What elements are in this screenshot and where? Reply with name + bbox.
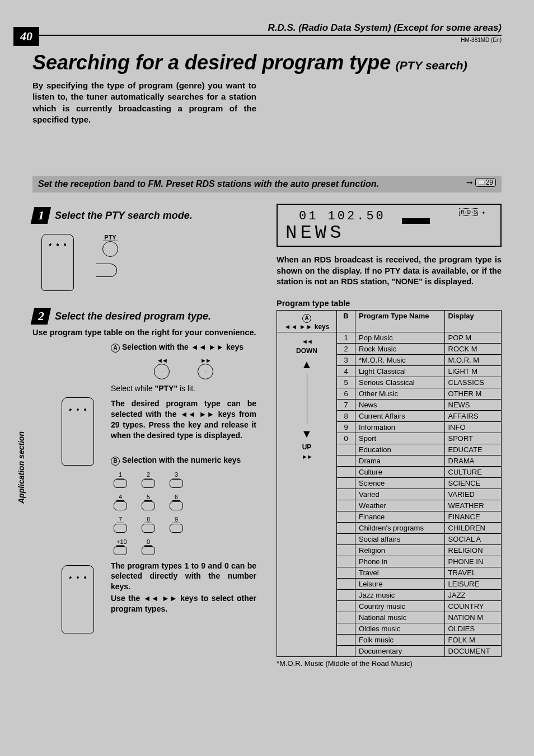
hand-icon [96, 259, 124, 278]
program-type-display: DOCUMENT [444, 645, 502, 656]
row-index [337, 511, 355, 522]
book-icon: 📖 [478, 180, 485, 186]
keypad-key: 1 [111, 471, 130, 488]
program-type-display: AFFAIRS [444, 410, 502, 421]
page-ref-number: 29 [486, 179, 493, 186]
forward-icon: ►► [200, 357, 210, 364]
rewind-icon: ◄◄ [302, 338, 312, 345]
table-caption: Program type table [277, 299, 502, 308]
program-type-name: Serious Classical [355, 377, 445, 388]
remote-icon [41, 234, 74, 291]
keypad-key: 3 [167, 471, 186, 488]
program-type-name: Jazz music [355, 589, 445, 600]
page-ref-badge: ➞ 📖29 [466, 178, 496, 187]
up-label: UP [302, 443, 312, 451]
col-a-body: ◄◄DOWN▲▼UP►► [277, 332, 337, 656]
program-type-display: NEWS [444, 399, 502, 410]
program-type-name: Pop Music [355, 332, 445, 343]
row-index [337, 477, 355, 489]
program-type-display: RELIGION [444, 544, 502, 556]
instruction-bar: Set the reception band to FM. Preset RDS… [32, 176, 502, 192]
program-type-name: Drama [355, 455, 445, 466]
keypad-key: +10 [111, 538, 130, 555]
selection-b-bold1: The program types 1 to 9 and 0 can be se… [111, 561, 256, 593]
table-row: ◄◄DOWN▲▼UP►►1Pop MusicPOP M [277, 332, 502, 343]
keypad-key: 8 [139, 516, 158, 533]
forward-icon: ►► [302, 453, 312, 460]
program-type-name: Current Affairs [355, 410, 445, 421]
numeric-keypad-icon: 123456789+100 [111, 471, 256, 555]
row-index [337, 455, 355, 466]
instruction-bar-text: Set the reception band to FM. Preset RDS… [38, 179, 379, 189]
program-type-name: National music [355, 612, 445, 623]
row-index: 9 [337, 421, 355, 433]
row-index: 8 [337, 410, 355, 421]
program-type-display: SCIENCE [444, 477, 502, 489]
pty-button-icon [102, 241, 118, 257]
circle-b-icon: B [111, 457, 120, 466]
circle-a-header-icon: A [302, 314, 311, 323]
program-type-name: Folk music [355, 634, 445, 645]
program-type-name: Varied [355, 489, 445, 500]
display-text: NEWS [285, 222, 493, 243]
keypad-key: 6 [167, 494, 186, 510]
program-type-display: VARIED [444, 489, 502, 500]
program-type-name: News [355, 399, 445, 410]
circle-b-header-icon: B [343, 312, 348, 320]
program-type-display: FOLK M [444, 634, 502, 645]
col-b-header: B [337, 310, 355, 332]
row-index [337, 612, 355, 623]
row-index [337, 466, 355, 477]
row-index [337, 589, 355, 600]
program-type-display: M.O.R. M [444, 354, 502, 365]
selection-a-bold: The desired program type can be selected… [111, 398, 256, 441]
remote-icon-3 [62, 565, 94, 633]
program-type-display: COUNTRY [444, 600, 502, 612]
remote-icon-2 [62, 397, 94, 466]
row-index: 1 [337, 332, 355, 343]
program-type-name: Country music [355, 600, 445, 612]
display-bar-icon [402, 218, 430, 224]
skip-fwd-button-icon: ⋅ [198, 364, 213, 379]
keypad-key: 4 [111, 494, 130, 510]
row-index [337, 522, 355, 533]
program-type-name: Science [355, 477, 445, 489]
step-2-title: Select the desired program type. [55, 311, 211, 322]
keypad-key: 7 [111, 516, 130, 533]
keypad-key: 0 [139, 538, 158, 555]
footnote: *M.O.R. Music (Middle of the Road Music) [277, 659, 502, 668]
row-index [337, 556, 355, 567]
program-type-display: POP M [444, 332, 502, 343]
program-type-display: INFO [444, 421, 502, 433]
selection-b-bold2: Use the ◄◄ ►► keys to select other progr… [111, 593, 256, 614]
circle-a-icon: A [111, 344, 120, 353]
section-label: Application section [17, 431, 26, 504]
program-type-table: A ◄◄ ►► keys B Program Type Name Display… [277, 310, 502, 657]
program-type-name: Education [355, 444, 445, 455]
program-type-display: DRAMA [444, 455, 502, 466]
row-index: 7 [337, 399, 355, 410]
step-2-body: Use program type table on the right for … [32, 328, 256, 337]
program-type-name: Travel [355, 567, 445, 578]
step-1-title: Select the PTY search mode. [55, 210, 193, 222]
row-index: 6 [337, 388, 355, 399]
arrow-icon: ➞ [466, 178, 473, 187]
program-type-display: CLASSICS [444, 377, 502, 388]
row-index [337, 578, 355, 589]
row-index [337, 489, 355, 500]
page-title-main: Searching for a desired program type [32, 51, 391, 74]
rewind-icon: ◄◄ [157, 357, 167, 364]
selection-a-label: Selection with the ◄◄ ►► keys [122, 342, 243, 351]
program-type-name: Leisure [355, 578, 445, 589]
down-label: DOWN [296, 347, 317, 355]
header-title: R.D.S. (Radio Data System) (Except for s… [32, 22, 502, 36]
row-index [337, 544, 355, 556]
row-index [337, 533, 355, 544]
program-type-display: CULTURE [444, 466, 502, 477]
rds-paragraph: When an RDS broadcast is received, the p… [277, 255, 502, 288]
row-index [337, 645, 355, 656]
down-arrow-icon: ▼ [301, 430, 312, 438]
col-a-header: A ◄◄ ►► keys [277, 310, 337, 332]
tuner-display: R·D·S✦ 01 102.50 NEWS [277, 204, 502, 247]
program-type-name: Children's programs [355, 522, 445, 533]
